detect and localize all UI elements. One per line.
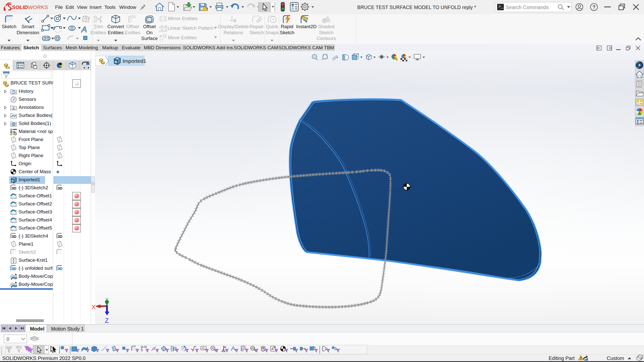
svg-text:A: A bbox=[223, 349, 224, 352]
svg-text:0.3: 0.3 bbox=[203, 348, 206, 350]
svg-text:3D: 3D bbox=[12, 234, 16, 239]
svg-text:Z: Z bbox=[105, 317, 109, 324]
svg-text:3D: 3D bbox=[12, 186, 16, 190]
svg-text:N: N bbox=[212, 347, 214, 350]
svg-text:A: A bbox=[271, 347, 274, 351]
svg-text:A: A bbox=[81, 25, 87, 34]
svg-text:3D: 3D bbox=[58, 266, 62, 271]
svg-text:3D: 3D bbox=[58, 234, 62, 239]
svg-text:X: X bbox=[92, 304, 96, 310]
svg-text:3D: 3D bbox=[637, 67, 639, 68]
svg-text:?: ? bbox=[592, 4, 595, 10]
svg-text:A: A bbox=[12, 107, 15, 110]
svg-text:3D: 3D bbox=[58, 186, 62, 190]
svg-text:3D: 3D bbox=[12, 266, 16, 271]
svg-text:A1: A1 bbox=[251, 347, 255, 350]
